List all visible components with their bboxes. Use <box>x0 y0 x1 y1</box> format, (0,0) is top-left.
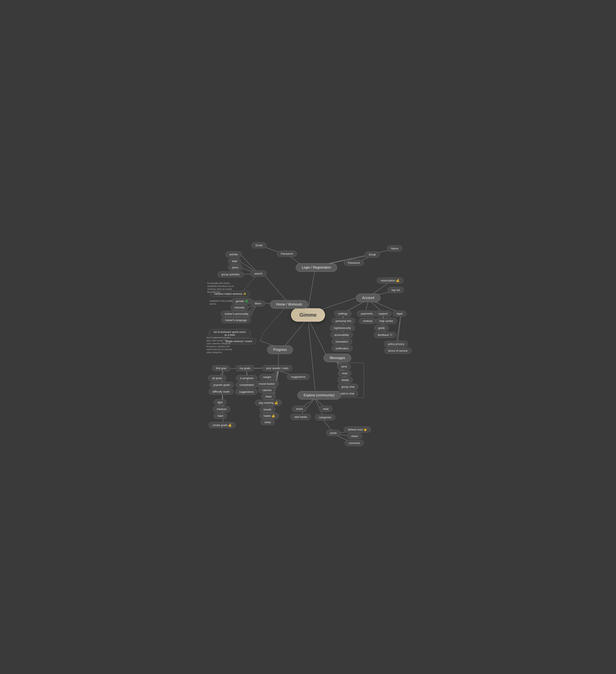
your-results-node[interactable]: your results / main <box>262 365 292 371</box>
legal-label: legal <box>393 311 407 317</box>
suggestions-progress-node[interactable]: suggestions <box>287 374 309 380</box>
suggestions-progress-label: suggestions <box>287 374 309 380</box>
center-node: Gimme <box>293 309 323 321</box>
light-node[interactable]: light <box>213 399 227 406</box>
all-goals-node[interactable]: all goals <box>208 375 226 381</box>
read-explore-label: read <box>319 406 332 412</box>
email-login-node[interactable]: Email <box>252 242 267 248</box>
group-chat-node[interactable]: group chat <box>337 384 358 390</box>
progress-node[interactable]: Progress <box>267 346 293 354</box>
guide-node[interactable]: guide <box>374 325 389 331</box>
breath-node[interactable]: breath <box>260 407 275 413</box>
place-node[interactable]: place <box>228 264 243 270</box>
svg-line-43 <box>247 371 248 391</box>
login-registration-node[interactable]: Login / Registration <box>296 263 337 272</box>
trainer-language-label: trainer's language <box>221 317 251 323</box>
read-msg-node[interactable]: read <box>338 370 351 376</box>
support-node[interactable]: support <box>374 311 392 317</box>
steps-label: steps <box>261 394 276 400</box>
payments-label: payments <box>357 311 377 317</box>
policy-privacy-node[interactable]: policy privacy <box>384 341 408 347</box>
steps-node[interactable]: steps <box>261 394 276 400</box>
my-goals-node[interactable]: my goals <box>236 365 255 371</box>
terms-of-service-label: terms of service <box>384 348 412 354</box>
completed-label: compleated <box>236 382 258 388</box>
suggestions-goals-node[interactable]: suggestions <box>235 389 258 395</box>
accessibility-node[interactable]: accessibility <box>330 332 353 338</box>
trainer-personality-node[interactable]: trainer's personality <box>221 311 253 317</box>
trainer-language-node[interactable]: trainer's language <box>221 317 251 323</box>
terms-of-service-node[interactable]: terms of service <box>384 348 412 354</box>
password-login-node[interactable]: Password <box>277 251 297 257</box>
gimme-label: Gimme <box>291 308 325 322</box>
popular-goals-node[interactable]: popular goals <box>209 382 234 388</box>
default-react-node[interactable]: default react 🤟 <box>344 427 371 433</box>
categories-node[interactable]: categories <box>315 414 335 420</box>
search-node[interactable]: search <box>250 270 267 276</box>
password-login-label: Password <box>277 251 297 257</box>
mind-map-canvas: Gimme Login / Registration Email Passwor… <box>198 221 418 453</box>
name-reg-node[interactable]: Name <box>387 245 403 251</box>
home-workouts-node[interactable]: Home / Workouts <box>270 300 308 309</box>
messages-node[interactable]: Messages <box>324 354 351 362</box>
habits-node[interactable]: habits 💰 <box>260 413 279 419</box>
posts-node[interactable]: posts <box>326 430 341 436</box>
completed-node[interactable]: compleated <box>236 382 258 388</box>
subscription-node[interactable]: subscription 💰 <box>377 277 404 284</box>
filters-label: filters <box>251 301 265 307</box>
share-explore-node[interactable]: share <box>292 406 307 412</box>
personal-info-node[interactable]: personal info <box>332 318 355 324</box>
help-centre-node[interactable]: help centre <box>375 318 397 324</box>
share-explore-label: share <box>292 406 307 412</box>
day-tracking-node[interactable]: day tracking 💰 <box>255 400 282 406</box>
method-label: method <box>359 318 376 324</box>
feedback-label: feedback 🗨 <box>374 332 396 338</box>
log-out-node[interactable]: log out <box>388 287 404 293</box>
hard-node[interactable]: hard <box>213 413 227 419</box>
your-results-label: your results / main <box>262 365 292 371</box>
method-node[interactable]: method <box>359 318 376 324</box>
sleep-node[interactable]: sleep <box>260 419 275 425</box>
read-explore-node[interactable]: read <box>319 406 332 412</box>
password-reg-node[interactable]: Password <box>344 260 364 266</box>
share-posts-node[interactable]: share <box>347 433 362 439</box>
in-progress-node[interactable]: in progress <box>236 375 258 381</box>
account-node[interactable]: Account <box>356 294 380 302</box>
login-security-node[interactable]: login&security <box>330 325 355 331</box>
date-node[interactable]: date <box>228 258 241 264</box>
mood-tracker-node[interactable]: mood tracker <box>255 381 279 387</box>
my-goals-label: my goals <box>236 365 255 371</box>
send-node[interactable]: send <box>337 363 351 369</box>
add-media-node[interactable]: add media <box>290 414 311 420</box>
calories-node[interactable]: calories <box>258 387 276 393</box>
home-workouts-label: Home / Workouts <box>270 300 308 309</box>
feedback-node[interactable]: feedback 🗨 <box>374 332 396 338</box>
legal-node[interactable]: legal <box>393 311 407 317</box>
explore-node[interactable]: Explore (community) <box>297 391 341 400</box>
translation-node[interactable]: translation <box>332 339 352 345</box>
posts-label: posts <box>326 430 341 436</box>
weight-node[interactable]: weight <box>259 374 275 380</box>
create-goals-node[interactable]: create goals 💰 <box>208 422 236 428</box>
day-tracking-label: day tracking 💰 <box>255 400 282 406</box>
comment-node[interactable]: comment <box>345 440 364 446</box>
delate-node[interactable]: delate <box>337 377 353 383</box>
email-reg-node[interactable]: Email <box>365 251 380 258</box>
payments-node[interactable]: payments <box>357 311 377 317</box>
activity-label: activity <box>225 251 242 257</box>
difficulty-scale-node[interactable]: difficulty scale <box>208 388 234 395</box>
categories-label: categories <box>315 414 335 420</box>
password-reg-label: Password <box>344 260 364 266</box>
find-goal-node[interactable]: find goal <box>212 365 230 371</box>
notification-label: notification <box>332 345 353 351</box>
settings-node[interactable]: settings <box>334 311 352 317</box>
all-goals-label: all goals <box>208 375 226 381</box>
svg-line-20 <box>283 318 308 348</box>
medium-label: medium <box>213 406 230 412</box>
activity-node[interactable]: activity <box>225 251 242 257</box>
filters-node[interactable]: filters <box>251 301 265 307</box>
suggestions-goals-label: suggestions <box>235 389 258 395</box>
group-activities-node[interactable]: group activities <box>217 271 244 277</box>
medium-node[interactable]: medium <box>213 406 230 412</box>
notification-node[interactable]: notification <box>332 345 353 351</box>
